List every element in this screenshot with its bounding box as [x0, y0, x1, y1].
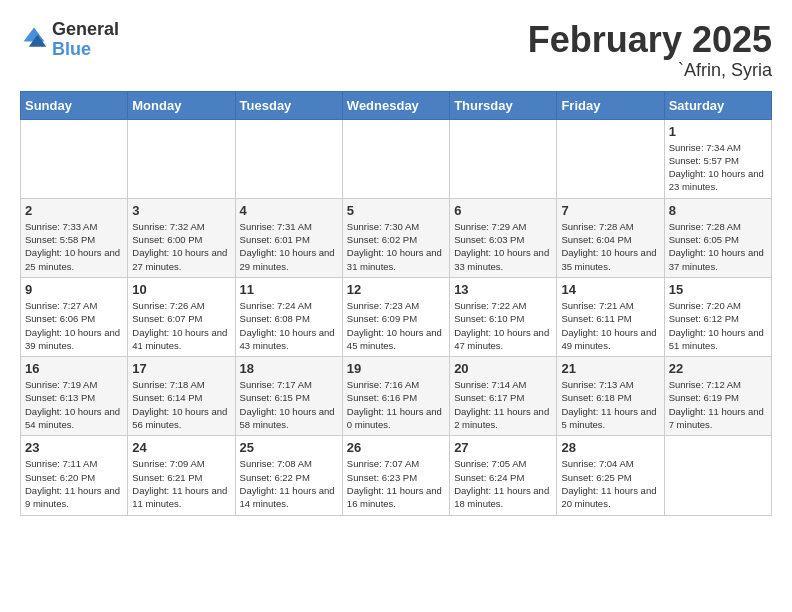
day-info: Sunrise: 7:11 AMSunset: 6:20 PMDaylight:… [25, 457, 123, 510]
table-cell [128, 119, 235, 198]
day-info: Sunrise: 7:32 AMSunset: 6:00 PMDaylight:… [132, 220, 230, 273]
day-info: Sunrise: 7:33 AMSunset: 5:58 PMDaylight:… [25, 220, 123, 273]
header-friday: Friday [557, 91, 664, 119]
day-number: 16 [25, 361, 123, 376]
table-cell [557, 119, 664, 198]
day-info: Sunrise: 7:16 AMSunset: 6:16 PMDaylight:… [347, 378, 445, 431]
header-tuesday: Tuesday [235, 91, 342, 119]
calendar-row: 23Sunrise: 7:11 AMSunset: 6:20 PMDayligh… [21, 436, 772, 515]
day-info: Sunrise: 7:28 AMSunset: 6:04 PMDaylight:… [561, 220, 659, 273]
table-cell [664, 436, 771, 515]
table-cell [450, 119, 557, 198]
table-cell: 26Sunrise: 7:07 AMSunset: 6:23 PMDayligh… [342, 436, 449, 515]
page-subtitle: `Afrin, Syria [528, 60, 772, 81]
table-cell: 7Sunrise: 7:28 AMSunset: 6:04 PMDaylight… [557, 198, 664, 277]
logo-icon [20, 24, 48, 52]
table-cell: 21Sunrise: 7:13 AMSunset: 6:18 PMDayligh… [557, 357, 664, 436]
day-number: 5 [347, 203, 445, 218]
day-number: 15 [669, 282, 767, 297]
table-cell: 19Sunrise: 7:16 AMSunset: 6:16 PMDayligh… [342, 357, 449, 436]
table-cell: 10Sunrise: 7:26 AMSunset: 6:07 PMDayligh… [128, 277, 235, 356]
day-info: Sunrise: 7:23 AMSunset: 6:09 PMDaylight:… [347, 299, 445, 352]
header-sunday: Sunday [21, 91, 128, 119]
table-cell: 8Sunrise: 7:28 AMSunset: 6:05 PMDaylight… [664, 198, 771, 277]
day-number: 9 [25, 282, 123, 297]
day-info: Sunrise: 7:26 AMSunset: 6:07 PMDaylight:… [132, 299, 230, 352]
day-info: Sunrise: 7:05 AMSunset: 6:24 PMDaylight:… [454, 457, 552, 510]
day-info: Sunrise: 7:34 AMSunset: 5:57 PMDaylight:… [669, 141, 767, 194]
day-number: 13 [454, 282, 552, 297]
day-info: Sunrise: 7:07 AMSunset: 6:23 PMDaylight:… [347, 457, 445, 510]
day-number: 12 [347, 282, 445, 297]
day-info: Sunrise: 7:13 AMSunset: 6:18 PMDaylight:… [561, 378, 659, 431]
day-info: Sunrise: 7:27 AMSunset: 6:06 PMDaylight:… [25, 299, 123, 352]
table-cell: 11Sunrise: 7:24 AMSunset: 6:08 PMDayligh… [235, 277, 342, 356]
calendar-header-row: Sunday Monday Tuesday Wednesday Thursday… [21, 91, 772, 119]
day-info: Sunrise: 7:08 AMSunset: 6:22 PMDaylight:… [240, 457, 338, 510]
table-cell: 17Sunrise: 7:18 AMSunset: 6:14 PMDayligh… [128, 357, 235, 436]
day-number: 4 [240, 203, 338, 218]
logo-blue: Blue [52, 40, 119, 60]
table-cell [342, 119, 449, 198]
header-monday: Monday [128, 91, 235, 119]
table-cell: 6Sunrise: 7:29 AMSunset: 6:03 PMDaylight… [450, 198, 557, 277]
day-info: Sunrise: 7:18 AMSunset: 6:14 PMDaylight:… [132, 378, 230, 431]
table-cell: 13Sunrise: 7:22 AMSunset: 6:10 PMDayligh… [450, 277, 557, 356]
day-info: Sunrise: 7:19 AMSunset: 6:13 PMDaylight:… [25, 378, 123, 431]
header: General Blue February 2025 `Afrin, Syria [20, 20, 772, 81]
day-number: 18 [240, 361, 338, 376]
calendar-table: Sunday Monday Tuesday Wednesday Thursday… [20, 91, 772, 516]
day-number: 2 [25, 203, 123, 218]
day-number: 23 [25, 440, 123, 455]
table-cell: 9Sunrise: 7:27 AMSunset: 6:06 PMDaylight… [21, 277, 128, 356]
day-info: Sunrise: 7:14 AMSunset: 6:17 PMDaylight:… [454, 378, 552, 431]
day-info: Sunrise: 7:31 AMSunset: 6:01 PMDaylight:… [240, 220, 338, 273]
page-title: February 2025 [528, 20, 772, 60]
logo-general: General [52, 20, 119, 40]
table-cell: 3Sunrise: 7:32 AMSunset: 6:00 PMDaylight… [128, 198, 235, 277]
header-wednesday: Wednesday [342, 91, 449, 119]
table-cell: 5Sunrise: 7:30 AMSunset: 6:02 PMDaylight… [342, 198, 449, 277]
table-cell: 15Sunrise: 7:20 AMSunset: 6:12 PMDayligh… [664, 277, 771, 356]
table-cell: 4Sunrise: 7:31 AMSunset: 6:01 PMDaylight… [235, 198, 342, 277]
table-cell: 16Sunrise: 7:19 AMSunset: 6:13 PMDayligh… [21, 357, 128, 436]
table-cell: 20Sunrise: 7:14 AMSunset: 6:17 PMDayligh… [450, 357, 557, 436]
day-number: 6 [454, 203, 552, 218]
day-number: 17 [132, 361, 230, 376]
day-info: Sunrise: 7:04 AMSunset: 6:25 PMDaylight:… [561, 457, 659, 510]
day-number: 19 [347, 361, 445, 376]
day-info: Sunrise: 7:21 AMSunset: 6:11 PMDaylight:… [561, 299, 659, 352]
day-number: 26 [347, 440, 445, 455]
table-cell: 24Sunrise: 7:09 AMSunset: 6:21 PMDayligh… [128, 436, 235, 515]
day-number: 27 [454, 440, 552, 455]
calendar-row: 2Sunrise: 7:33 AMSunset: 5:58 PMDaylight… [21, 198, 772, 277]
day-number: 22 [669, 361, 767, 376]
day-info: Sunrise: 7:28 AMSunset: 6:05 PMDaylight:… [669, 220, 767, 273]
table-cell [21, 119, 128, 198]
day-info: Sunrise: 7:09 AMSunset: 6:21 PMDaylight:… [132, 457, 230, 510]
day-number: 3 [132, 203, 230, 218]
day-info: Sunrise: 7:24 AMSunset: 6:08 PMDaylight:… [240, 299, 338, 352]
day-info: Sunrise: 7:12 AMSunset: 6:19 PMDaylight:… [669, 378, 767, 431]
calendar-row: 16Sunrise: 7:19 AMSunset: 6:13 PMDayligh… [21, 357, 772, 436]
day-number: 7 [561, 203, 659, 218]
day-number: 10 [132, 282, 230, 297]
day-number: 8 [669, 203, 767, 218]
table-cell [235, 119, 342, 198]
day-number: 28 [561, 440, 659, 455]
header-saturday: Saturday [664, 91, 771, 119]
logo: General Blue [20, 20, 119, 60]
day-info: Sunrise: 7:22 AMSunset: 6:10 PMDaylight:… [454, 299, 552, 352]
table-cell: 25Sunrise: 7:08 AMSunset: 6:22 PMDayligh… [235, 436, 342, 515]
table-cell: 23Sunrise: 7:11 AMSunset: 6:20 PMDayligh… [21, 436, 128, 515]
calendar-row: 9Sunrise: 7:27 AMSunset: 6:06 PMDaylight… [21, 277, 772, 356]
day-number: 24 [132, 440, 230, 455]
table-cell: 27Sunrise: 7:05 AMSunset: 6:24 PMDayligh… [450, 436, 557, 515]
table-cell: 22Sunrise: 7:12 AMSunset: 6:19 PMDayligh… [664, 357, 771, 436]
day-info: Sunrise: 7:29 AMSunset: 6:03 PMDaylight:… [454, 220, 552, 273]
day-number: 11 [240, 282, 338, 297]
title-area: February 2025 `Afrin, Syria [528, 20, 772, 81]
calendar-row: 1Sunrise: 7:34 AMSunset: 5:57 PMDaylight… [21, 119, 772, 198]
table-cell: 12Sunrise: 7:23 AMSunset: 6:09 PMDayligh… [342, 277, 449, 356]
table-cell: 1Sunrise: 7:34 AMSunset: 5:57 PMDaylight… [664, 119, 771, 198]
